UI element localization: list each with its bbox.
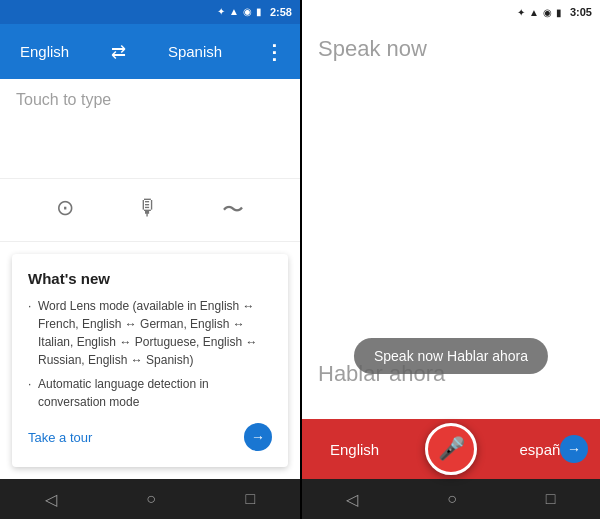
more-options-icon[interactable]: ⋮ <box>256 32 292 72</box>
source-language-button[interactable]: English <box>8 35 81 68</box>
whats-new-title: What's new <box>28 270 272 287</box>
toolbar-left: English ⇄ Spanish ⋮ <box>0 24 300 80</box>
signal-icon: ▲ <box>229 6 239 17</box>
back-button-left[interactable]: ◁ <box>45 490 57 509</box>
take-a-tour-link[interactable]: Take a tour → <box>28 423 272 451</box>
status-icons-left: ✦ ▲ ◉ ▮ 2:58 <box>217 6 292 18</box>
whats-new-item-1: Word Lens mode (available in English ↔ F… <box>28 297 272 369</box>
home-button-right[interactable]: ○ <box>447 490 457 508</box>
home-button-left[interactable]: ○ <box>146 490 156 508</box>
status-icons-right: ✦ ▲ ◉ ▮ 3:05 <box>517 6 592 18</box>
speak-now-text: Speak now <box>318 36 584 62</box>
next-arrow-icon[interactable]: → <box>560 435 588 463</box>
right-screen: ✦ ▲ ◉ ▮ 3:05 Speak now Hablar ahora Spea… <box>302 0 600 519</box>
back-button-right[interactable]: ◁ <box>346 490 358 509</box>
tour-arrow-icon: → <box>244 423 272 451</box>
target-language-button[interactable]: Spanish <box>156 35 234 68</box>
recent-button-left[interactable]: □ <box>246 490 256 508</box>
handwrite-icon[interactable]: 〜 <box>222 195 244 225</box>
tour-link-label: Take a tour <box>28 430 92 445</box>
wifi-icon: ◉ <box>243 6 252 17</box>
whats-new-card: What's new Word Lens mode (available in … <box>12 254 288 467</box>
swap-languages-icon[interactable]: ⇄ <box>103 33 134 71</box>
microphone-icon[interactable]: 🎙 <box>137 195 159 225</box>
bottom-area: Speak now Hablar ahora English 🎤 español… <box>302 419 600 479</box>
status-bar-right: ✦ ▲ ◉ ▮ 3:05 <box>302 0 600 24</box>
input-placeholder: Touch to type <box>16 91 111 108</box>
nav-bar-right: ◁ ○ □ <box>302 479 600 519</box>
status-time-left: 2:58 <box>270 6 292 18</box>
bottom-english-button[interactable]: English <box>314 433 395 466</box>
text-input-area[interactable]: Touch to type <box>0 79 300 179</box>
toolbar-icons: ⊙ 🎙 〜 <box>0 179 300 242</box>
left-screen: ✦ ▲ ◉ ▮ 2:58 English ⇄ Spanish ⋮ Touch t… <box>0 0 300 519</box>
camera-icon[interactable]: ⊙ <box>56 195 74 225</box>
mic-icon: 🎤 <box>438 436 465 462</box>
nav-bar-left: ◁ ○ □ <box>0 479 300 519</box>
whats-new-item-2: Automatic language detection in conversa… <box>28 375 272 411</box>
wifi-icon-right: ◉ <box>543 7 552 18</box>
status-time-right: 3:05 <box>570 6 592 18</box>
battery-icon: ▮ <box>256 6 262 17</box>
status-bar-left: ✦ ▲ ◉ ▮ 2:58 <box>0 0 300 24</box>
bluetooth-icon: ✦ <box>217 6 225 17</box>
mic-button[interactable]: 🎤 <box>425 423 477 475</box>
signal-icon-right: ▲ <box>529 7 539 18</box>
bluetooth-icon-right: ✦ <box>517 7 525 18</box>
bottom-language-bar: English 🎤 español → <box>302 419 600 479</box>
speak-now-bubble: Speak now Hablar ahora <box>354 338 548 374</box>
recent-button-right[interactable]: □ <box>546 490 556 508</box>
whats-new-content: Word Lens mode (available in English ↔ F… <box>28 297 272 411</box>
battery-icon-right: ▮ <box>556 7 562 18</box>
